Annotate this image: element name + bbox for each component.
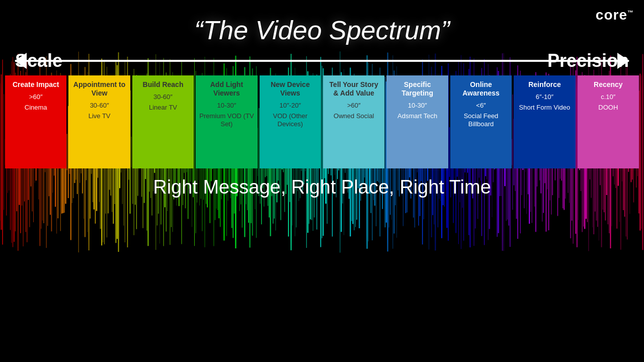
card-duration-dooh: c.10″: [601, 93, 615, 101]
card-title-cinema: Create Impact: [13, 80, 59, 89]
card-title-dooh: Recency: [594, 80, 623, 89]
card-title-owned-social: Tell Your Story & Add Value: [326, 80, 381, 98]
card-cinema: Create Impact >60″ Cinema: [5, 75, 66, 168]
card-adsmart: Specific Targeting 10-30″ Adsmart Tech: [386, 75, 448, 168]
card-type-online-awareness: Social Feed Billboard: [453, 112, 509, 129]
card-type-cinema: Cinema: [25, 104, 47, 112]
card-type-dooh: DOOH: [598, 104, 618, 112]
card-type-live-tv: Live TV: [89, 112, 111, 121]
card-duration-vod: 10″-20″: [280, 102, 301, 109]
card-title-short-form: Reinforce: [528, 80, 561, 89]
card-title-online-awareness: Online Awareness: [453, 80, 509, 98]
card-duration-owned-social: >60″: [347, 102, 361, 109]
logo: core™: [596, 7, 634, 23]
card-duration-short-form: 6″-10″: [536, 93, 553, 101]
card-vod: New Device Views 10″-20″ VOD (Other Devi…: [260, 75, 321, 168]
card-duration-online-awareness: <6″: [476, 102, 486, 109]
card-short-form: Reinforce 6″-10″ Short Form Video: [514, 75, 575, 168]
logo-trademark: ™: [627, 9, 634, 16]
card-duration-live-tv: 30-60″: [90, 102, 109, 109]
bottom-tagline: Right Message, Right Place, Right Time: [153, 176, 491, 198]
card-owned-social: Tell Your Story & Add Value >60″ Owned S…: [323, 75, 384, 168]
card-type-adsmart: Adsmart Tech: [397, 112, 437, 121]
card-linear-tv: Build Reach 30-60″ Linear TV: [132, 75, 194, 168]
card-duration-adsmart: 10-30″: [408, 102, 427, 109]
card-type-vod: VOD (Other Devices): [263, 112, 318, 129]
card-title-adsmart: Specific Targeting: [389, 80, 445, 98]
card-live-tv: Appointment to View 30-60″ Live TV: [68, 75, 130, 168]
logo-text: core: [596, 7, 627, 23]
card-title-linear-tv: Build Reach: [143, 80, 184, 89]
card-title-live-tv: Appointment to View: [71, 80, 127, 98]
scale-precision-row: Scale Precision: [0, 50, 644, 71]
card-duration-cinema: >60″: [29, 93, 43, 101]
cards-container: Create Impact >60″ Cinema Appointment to…: [0, 75, 644, 168]
card-online-awareness: Online Awareness <6″ Social Feed Billboa…: [450, 75, 512, 168]
card-title-vod: New Device Views: [263, 80, 318, 98]
card-type-short-form: Short Form Video: [519, 104, 571, 112]
card-premium-vod: Add Light Viewers 10-30″ Premium VOD (TV…: [196, 75, 257, 168]
card-type-owned-social: Owned Social: [334, 112, 374, 121]
card-duration-linear-tv: 30-60″: [153, 93, 173, 101]
spectrum-arrow: [15, 53, 629, 68]
card-type-premium-vod: Premium VOD (TV Set): [199, 112, 254, 129]
page-title: “The Video Spectrum”: [194, 15, 450, 45]
card-duration-premium-vod: 10-30″: [217, 102, 236, 109]
card-title-premium-vod: Add Light Viewers: [199, 80, 254, 98]
card-dooh: Recency c.10″ DOOH: [578, 75, 639, 168]
arrow-line: [15, 60, 629, 62]
card-type-linear-tv: Linear TV: [149, 104, 177, 112]
